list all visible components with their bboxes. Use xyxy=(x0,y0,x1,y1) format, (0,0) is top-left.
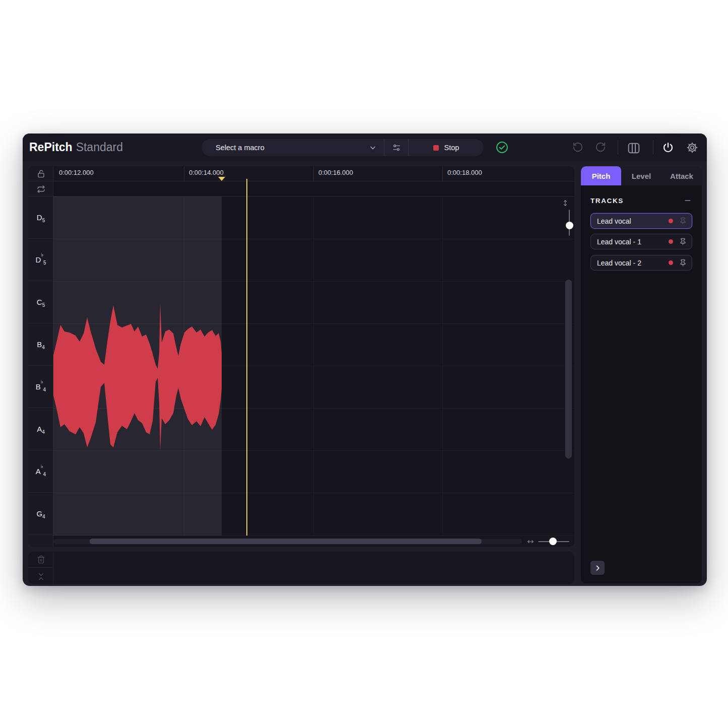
tab-pitch[interactable]: Pitch xyxy=(581,166,621,185)
track-name: Lead vocal - 2 xyxy=(597,259,669,267)
collapse-minus-icon[interactable] xyxy=(684,196,692,205)
brand-name: RePitch xyxy=(29,141,73,154)
timeline-ruler[interactable]: 0:00:12.000 0:00:14.000 0:00:16.000 0:00… xyxy=(53,166,574,181)
record-dot-icon xyxy=(669,219,673,223)
note-label-db5[interactable]: D♭5 xyxy=(28,239,53,281)
macro-toolbar: Select a macro Stop xyxy=(202,139,484,156)
note-label-c5[interactable]: C5 xyxy=(28,281,53,323)
power-button[interactable] xyxy=(662,142,674,154)
note-label-g4[interactable]: G4 xyxy=(28,493,53,535)
edit-strip-panel xyxy=(28,552,574,584)
columns-icon xyxy=(627,142,640,155)
lock-open-icon xyxy=(36,169,46,178)
lock-button[interactable] xyxy=(28,166,53,181)
timeline-tick: 0:00:12.000 xyxy=(59,169,94,176)
stop-icon xyxy=(433,145,439,151)
playhead-marker[interactable] xyxy=(218,177,225,181)
pin-icon[interactable] xyxy=(679,217,687,225)
track-item-lead-vocal-2[interactable]: Lead vocal - 2 xyxy=(590,255,692,271)
power-icon xyxy=(662,142,674,154)
undo-icon xyxy=(572,142,583,153)
timeline-tick: 0:00:14.000 xyxy=(189,169,224,176)
app-window: RePitch Standard Select a macro xyxy=(23,134,707,586)
note-grid[interactable] xyxy=(53,196,574,536)
header-divider xyxy=(653,141,653,154)
redo-icon xyxy=(595,142,606,153)
header-bar: RePitch Standard Select a macro xyxy=(23,134,707,161)
playhead-line[interactable] xyxy=(246,179,247,536)
trash-icon xyxy=(37,555,45,564)
tick-separator xyxy=(442,166,443,181)
edit-strip-tools xyxy=(28,552,53,584)
gear-icon xyxy=(686,142,698,154)
loop-button[interactable] xyxy=(28,182,53,196)
right-sidebar: Pitch Level Attack TRACKS Lead vocal xyxy=(581,166,702,583)
note-label-d5[interactable]: D5 xyxy=(28,196,53,239)
sidebar-tabs: Pitch Level Attack xyxy=(581,166,702,185)
undo-button[interactable] xyxy=(572,142,583,153)
brand-edition: Standard xyxy=(76,141,123,154)
header-divider xyxy=(618,141,618,154)
horizontal-zoom-thumb[interactable] xyxy=(549,538,557,545)
sliders-icon xyxy=(392,143,401,152)
delete-button[interactable] xyxy=(28,552,53,568)
app-title: RePitch Standard xyxy=(29,134,123,161)
sidebar-body: TRACKS Lead vocal Lead vocal - 1 xyxy=(581,185,702,583)
track-name: Lead vocal - 1 xyxy=(597,238,669,246)
check-circle-icon xyxy=(496,141,508,154)
note-label-b4[interactable]: B4 xyxy=(28,323,53,366)
tick-separator xyxy=(313,166,314,181)
track-name: Lead vocal xyxy=(597,217,669,225)
tracks-title: TRACKS xyxy=(590,197,624,205)
stop-button[interactable]: Stop xyxy=(409,139,484,156)
macro-select[interactable]: Select a macro xyxy=(202,139,384,156)
vocal-waveform[interactable] xyxy=(53,196,222,536)
track-item-lead-vocal[interactable]: Lead vocal xyxy=(590,213,692,229)
track-item-lead-vocal-1[interactable]: Lead vocal - 1 xyxy=(590,234,692,249)
tracks-header: TRACKS xyxy=(590,196,692,205)
pitch-editor-panel: 0:00:12.000 0:00:14.000 0:00:16.000 0:00… xyxy=(28,166,574,547)
note-label-bb4[interactable]: B♭4 xyxy=(28,366,53,408)
time-gridline xyxy=(313,196,314,536)
redo-button[interactable] xyxy=(595,142,606,153)
time-gridline xyxy=(442,196,443,536)
merge-vertical-icon xyxy=(37,572,45,581)
tab-attack[interactable]: Attack xyxy=(661,166,702,185)
vertical-zoom-thumb[interactable] xyxy=(566,222,573,229)
merge-button[interactable] xyxy=(28,568,53,584)
sidebar-expand-button[interactable] xyxy=(590,561,605,575)
note-label-a4[interactable]: A4 xyxy=(28,408,53,450)
macro-settings-button[interactable] xyxy=(384,139,408,156)
macro-select-label: Select a macro xyxy=(216,144,264,152)
loop-region-strip[interactable] xyxy=(53,181,574,196)
settings-button[interactable] xyxy=(686,142,698,154)
chevron-down-icon xyxy=(369,144,377,152)
vertical-zoom-icon xyxy=(562,200,569,207)
pin-icon[interactable] xyxy=(679,238,687,245)
confirm-button[interactable] xyxy=(496,141,508,154)
layout-panels-button[interactable] xyxy=(627,142,640,155)
timeline-tick: 0:00:16.000 xyxy=(318,169,353,176)
timeline-tick: 0:00:18.000 xyxy=(447,169,482,176)
pin-icon[interactable] xyxy=(679,259,687,267)
note-label-column: D5 D♭5 C5 B4 B♭4 A4 A♭4 G4 xyxy=(28,166,53,547)
tick-separator xyxy=(184,166,184,181)
horizontal-zoom-icon xyxy=(527,538,534,545)
horizontal-scrollbar-thumb[interactable] xyxy=(90,539,482,544)
tab-level[interactable]: Level xyxy=(621,166,661,185)
note-label-ab4[interactable]: A♭4 xyxy=(28,450,53,493)
loop-icon xyxy=(37,185,45,193)
record-dot-icon xyxy=(669,239,673,244)
record-dot-icon xyxy=(669,260,673,265)
chevron-right-icon xyxy=(594,564,602,572)
stop-button-label: Stop xyxy=(444,144,459,152)
vertical-scrollbar[interactable] xyxy=(565,280,572,458)
